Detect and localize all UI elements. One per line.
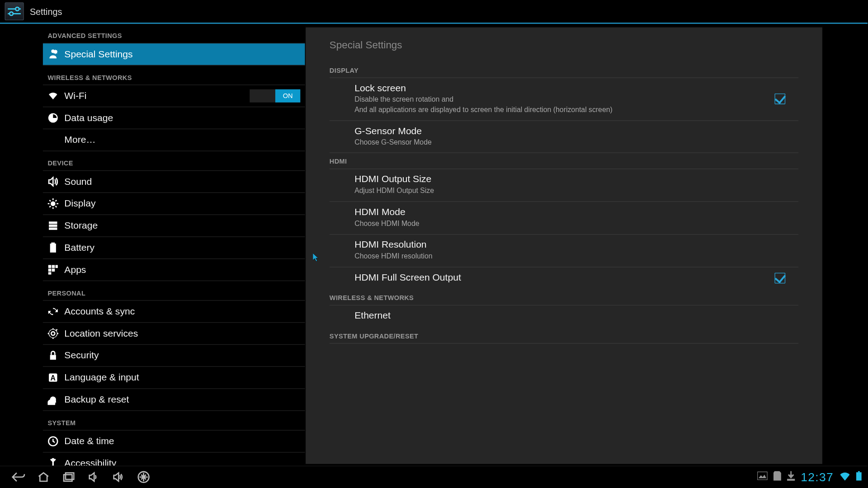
title-bar: Settings	[0, 0, 868, 24]
svg-rect-10	[48, 265, 52, 268]
section-header: DISPLAY	[330, 62, 798, 78]
svg-point-3	[9, 12, 13, 15]
sidebar-item-storage[interactable]: Storage	[43, 215, 305, 237]
wifi-icon	[47, 90, 58, 101]
row-title: Ethernet	[354, 310, 798, 321]
row-title: HDMI Output Size	[354, 174, 798, 185]
sidebar-item-label: Storage	[64, 221, 98, 231]
sidebar-item-label: Sound	[64, 176, 92, 187]
svg-rect-26	[757, 472, 767, 480]
svg-point-17	[49, 329, 57, 338]
sidebar-item-label: Display	[64, 198, 95, 209]
access-icon	[47, 458, 58, 466]
sidebar-item-data-usage[interactable]: Data usage	[43, 107, 305, 129]
checkbox[interactable]	[774, 94, 785, 104]
sidebar-item-label: Data usage	[64, 113, 113, 123]
clock-icon	[47, 436, 58, 447]
download-icon	[787, 471, 795, 483]
sidebar-item-date-time[interactable]: Date & time	[43, 431, 305, 453]
row-subtitle: Adjust HDMI Output Size	[354, 186, 798, 196]
setting-row-hdmi-output-size[interactable]: HDMI Output SizeAdjust HDMI Output Size	[330, 169, 798, 202]
sidebar-header: PERSONAL	[43, 281, 305, 300]
svg-rect-6	[49, 225, 57, 227]
wifi-toggle[interactable]: ON	[250, 89, 300, 103]
sidebar-item-label: Special Settings	[64, 49, 132, 60]
setting-row-hdmi-mode[interactable]: HDMI ModeChoose HDMI Mode	[330, 202, 798, 235]
row-subtitle: Choose HDMI resolution	[354, 251, 798, 261]
svg-point-2	[15, 7, 19, 11]
sidebar-item-display[interactable]: Display	[43, 193, 305, 215]
sidebar-item-more-[interactable]: More…	[43, 129, 305, 151]
recent-apps-button[interactable]	[56, 466, 81, 488]
sidebar-item-backup-reset[interactable]: Backup & reset	[43, 389, 305, 411]
setting-row-lock-screen[interactable]: Lock screenDisable the screen rotation a…	[330, 78, 798, 121]
sidebar-item-label: Location services	[64, 328, 138, 339]
row-subtitle: Choose HDMI Mode	[354, 219, 798, 229]
pane-title: Special Settings	[330, 28, 798, 62]
setting-row-hdmi-resolution[interactable]: HDMI ResolutionChoose HDMI resolution	[330, 235, 798, 267]
screenshot-button[interactable]	[131, 466, 156, 488]
svg-point-16	[51, 332, 55, 335]
status-tray[interactable]: 12:37	[757, 470, 862, 484]
sidebar-item-accessibility[interactable]: Accessibility	[43, 453, 305, 466]
security-icon	[47, 350, 58, 361]
sidebar-item-language-input[interactable]: ALanguage & input	[43, 367, 305, 389]
special-icon	[47, 49, 58, 60]
sidebar-item-wi-fi[interactable]: Wi-FiON	[43, 85, 305, 107]
volume-up-button[interactable]	[106, 466, 131, 488]
sidebar-header: SYSTEM	[43, 411, 305, 430]
setting-row-ethernet[interactable]: Ethernet	[330, 305, 798, 328]
sidebar-item-apps[interactable]: Apps	[43, 259, 305, 281]
section-header: SYSTEM UPGRADE/RESET	[330, 328, 798, 344]
sidebar-item-battery[interactable]: Battery	[43, 237, 305, 259]
row-subtitle: Choose G-Sensor Mode	[354, 137, 798, 147]
sidebar-item-accounts-sync[interactable]: Accounts & sync	[43, 301, 305, 323]
storage-icon	[47, 221, 58, 231]
checkbox[interactable]	[774, 272, 785, 283]
battery-status-icon	[856, 471, 862, 483]
sidebar-item-location-services[interactable]: Location services	[43, 323, 305, 345]
system-bar: 12:37	[0, 466, 868, 488]
home-button[interactable]	[31, 466, 56, 488]
sidebar-header: DEVICE	[43, 151, 305, 171]
row-title: Lock screen	[354, 83, 774, 94]
sound-icon	[47, 176, 58, 187]
sidebar-item-label: More…	[64, 135, 95, 145]
sidebar-item-label: Language & input	[64, 372, 139, 383]
sidebar-item-special-settings[interactable]: Special Settings	[43, 43, 305, 66]
battery-icon	[47, 242, 58, 253]
sidebar-item-security[interactable]: Security	[43, 345, 305, 367]
svg-rect-5	[49, 221, 57, 224]
sidebar-header: WIRELESS & NETWORKS	[43, 66, 305, 85]
row-title: HDMI Resolution	[354, 239, 798, 250]
settings-app-icon	[5, 2, 24, 20]
svg-rect-11	[48, 268, 52, 272]
sidebar-header: ADVANCED SETTINGS	[43, 24, 305, 43]
backup-icon	[47, 394, 58, 405]
apps-icon	[47, 264, 58, 275]
title-text: Settings	[30, 6, 62, 16]
setting-row-g-sensor-mode[interactable]: G-Sensor ModeChoose G-Sensor Mode	[330, 121, 798, 153]
section-header: WIRELESS & NETWORKS	[330, 289, 798, 305]
sync-icon	[47, 306, 58, 317]
sidebar-item-label: Apps	[64, 264, 86, 275]
picture-icon	[757, 472, 767, 483]
lang-icon: A	[47, 372, 58, 383]
sidebar-item-label: Wi-Fi	[64, 90, 86, 101]
location-icon	[47, 328, 58, 339]
settings-content-pane: Special SettingsDISPLAYLock screenDisabl…	[305, 27, 823, 465]
sidebar-item-label: Backup & reset	[64, 394, 129, 405]
back-button[interactable]	[6, 466, 31, 488]
svg-point-22	[52, 458, 54, 460]
sdcard-icon	[774, 471, 781, 483]
svg-rect-9	[50, 244, 56, 253]
sidebar-item-sound[interactable]: Sound	[43, 171, 305, 193]
svg-rect-8	[51, 242, 55, 244]
sidebar-item-label: Date & time	[64, 436, 114, 447]
setting-row-hdmi-full-screen-output[interactable]: HDMI Full Screen Output	[330, 267, 798, 289]
sidebar-item-label: Accounts & sync	[64, 306, 135, 317]
row-subtitle: Disable the screen rotation andAnd all a…	[354, 95, 774, 115]
svg-rect-7	[49, 227, 57, 230]
settings-sidebar: ADVANCED SETTINGSSpecial SettingsWIRELES…	[0, 24, 305, 466]
volume-down-button[interactable]	[81, 466, 106, 488]
